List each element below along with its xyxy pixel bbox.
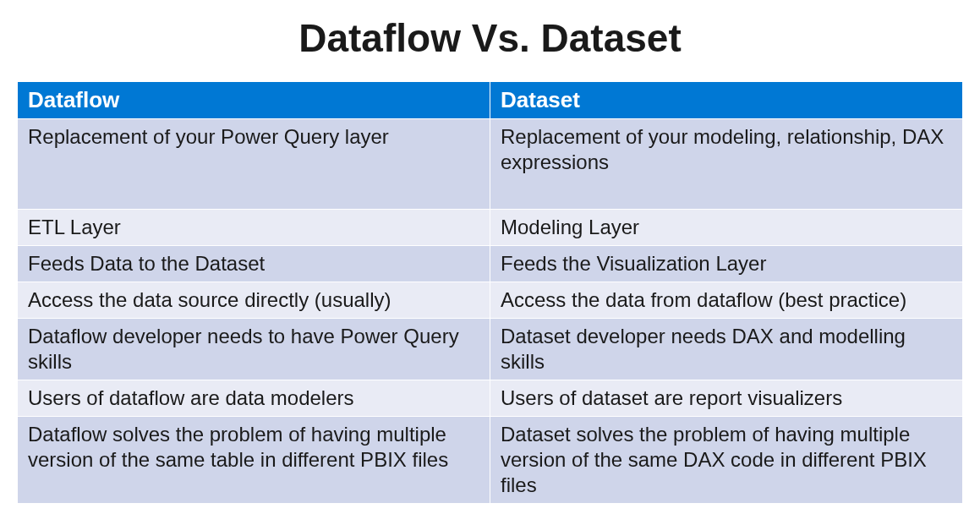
header-dataset: Dataset xyxy=(490,82,963,119)
table-row: Replacement of your Power Query layer Re… xyxy=(18,119,963,210)
table-row: Dataflow developer needs to have Power Q… xyxy=(18,319,963,380)
table-row: Feeds Data to the Dataset Feeds the Visu… xyxy=(18,246,963,282)
dataset-cell: Modeling Layer xyxy=(490,210,963,246)
dataset-cell: Feeds the Visualization Layer xyxy=(490,246,963,282)
table-header-row: Dataflow Dataset xyxy=(18,82,963,119)
header-dataflow: Dataflow xyxy=(18,82,490,119)
table-row: Access the data source directly (usually… xyxy=(18,282,963,319)
dataset-cell: Dataset developer needs DAX and modellin… xyxy=(490,319,963,380)
dataflow-cell: Dataflow solves the problem of having mu… xyxy=(18,417,490,504)
dataset-cell: Replacement of your modeling, relationsh… xyxy=(490,119,963,210)
dataset-cell: Users of dataset are report visualizers xyxy=(490,380,963,417)
dataset-cell: Access the data from dataflow (best prac… xyxy=(490,282,963,319)
dataset-cell: Dataset solves the problem of having mul… xyxy=(490,417,963,504)
comparison-table: Dataflow Dataset Replacement of your Pow… xyxy=(17,81,963,504)
table-row: ETL Layer Modeling Layer xyxy=(18,210,963,246)
dataflow-cell: Access the data source directly (usually… xyxy=(18,282,490,319)
dataflow-cell: ETL Layer xyxy=(18,210,490,246)
dataflow-cell: Replacement of your Power Query layer xyxy=(18,119,490,210)
dataflow-cell: Dataflow developer needs to have Power Q… xyxy=(18,319,490,380)
table-row: Dataflow solves the problem of having mu… xyxy=(18,417,963,504)
dataflow-cell: Feeds Data to the Dataset xyxy=(18,246,490,282)
dataflow-cell: Users of dataflow are data modelers xyxy=(18,380,490,417)
table-row: Users of dataflow are data modelers User… xyxy=(18,380,963,417)
page-title: Dataflow Vs. Dataset xyxy=(17,15,963,61)
